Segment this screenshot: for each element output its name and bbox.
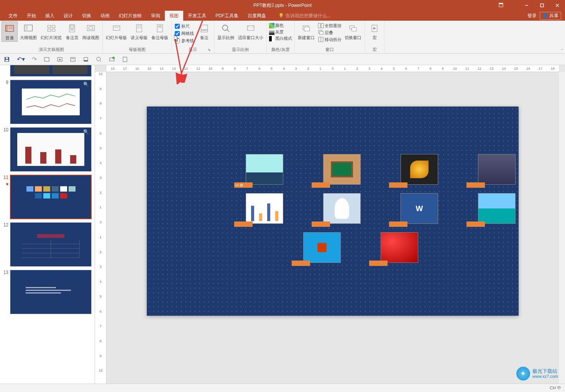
outline-view-button[interactable]: 大纲视图 xyxy=(18,21,38,41)
slide-image-6[interactable] xyxy=(312,193,369,224)
tab-animations[interactable]: 动画 xyxy=(96,11,114,21)
tab-home[interactable]: 开始 xyxy=(22,11,41,21)
tell-me-search[interactable]: 💡 xyxy=(278,13,343,18)
svg-rect-14 xyxy=(52,25,55,28)
horizontal-ruler[interactable]: 1817161514131211109876543210123456789101… xyxy=(107,65,559,72)
qat-icon-1[interactable] xyxy=(44,56,50,62)
tab-slideshow[interactable]: 幻灯片放映 xyxy=(114,11,146,21)
qat-icon-3[interactable] xyxy=(70,56,76,62)
notes-button[interactable]: 备注 xyxy=(196,21,212,41)
new-window-icon xyxy=(300,22,312,34)
slide-master-button[interactable]: 幻灯片母版 xyxy=(104,21,128,41)
zoom-button[interactable]: 显示比例 xyxy=(216,21,236,41)
svg-rect-45 xyxy=(352,28,356,31)
arrange-all-button[interactable]: 全部重排 xyxy=(317,22,342,29)
slide-image-4[interactable] xyxy=(466,154,524,185)
tab-review[interactable]: 审阅 xyxy=(146,11,165,21)
switch-window-button[interactable]: 切换窗口 xyxy=(343,21,363,41)
color-button[interactable]: 颜色 xyxy=(268,22,293,29)
lightbulb-icon: 💡 xyxy=(278,13,284,18)
slide-sorter-button[interactable]: 幻灯片浏览 xyxy=(39,21,63,41)
svg-rect-1 xyxy=(499,3,503,4)
tab-file[interactable]: 文件 xyxy=(4,11,22,21)
tab-design[interactable]: 设计 xyxy=(59,11,77,21)
group-macros: 宏 宏 xyxy=(365,21,384,53)
qat-icon-5[interactable] xyxy=(96,56,102,62)
tab-baidu[interactable]: 百度网盘 xyxy=(243,11,271,21)
slide-thumb-10[interactable]: 10 🔍 xyxy=(3,127,92,172)
tell-me-input[interactable] xyxy=(286,13,343,18)
guides-checkbox[interactable]: 参考线 xyxy=(173,38,195,44)
qat-icon-2[interactable] xyxy=(57,56,63,62)
maximize-button[interactable] xyxy=(534,0,550,11)
minimize-button[interactable] xyxy=(519,0,534,11)
tab-view[interactable]: 视图 xyxy=(165,11,183,21)
save-button[interactable] xyxy=(4,56,10,62)
group-label-master-views: 母版视图 xyxy=(104,46,170,53)
notes-page-icon xyxy=(66,22,78,34)
blackwhite-icon xyxy=(269,36,274,41)
slide-image-10[interactable] xyxy=(369,232,427,263)
svg-line-34 xyxy=(227,30,229,32)
slide-image-3[interactable] xyxy=(389,154,447,185)
close-button[interactable] xyxy=(550,0,565,11)
slide-image-5[interactable] xyxy=(234,193,292,224)
slide-image-1[interactable]: XX 摄 xyxy=(234,154,292,185)
slide-thumb-13[interactable]: 13 xyxy=(3,270,92,314)
slide-image-2[interactable] xyxy=(312,154,369,185)
svg-rect-16 xyxy=(52,29,55,31)
undo-button[interactable]: ↶▾ xyxy=(17,56,25,63)
slide-image-7[interactable]: W xyxy=(389,193,447,224)
qat-icon-4[interactable] xyxy=(83,56,89,62)
normal-view-button[interactable]: 普通 xyxy=(2,21,18,42)
notes-master-icon xyxy=(154,22,166,34)
notes-master-button[interactable]: 备注母版 xyxy=(150,21,170,41)
new-window-button[interactable]: 新建窗口 xyxy=(296,21,316,41)
notes-page-button[interactable]: 备注页 xyxy=(64,21,80,41)
qat-icon-7[interactable] xyxy=(122,56,128,62)
macros-button[interactable]: 宏 xyxy=(366,21,383,41)
slide-image-8[interactable] xyxy=(466,193,524,224)
slide-thumbnail-panel[interactable]: 9 🔍 10 🔍 11 ★ xyxy=(0,65,95,384)
slide-thumb-9[interactable]: 9 🔍 xyxy=(3,80,92,124)
grayscale-button[interactable]: 灰度 xyxy=(268,29,293,35)
slide-thumb-partial[interactable] xyxy=(3,65,92,77)
tab-insert[interactable]: 插入 xyxy=(41,11,59,21)
slide-thumb-11[interactable]: 11 ★ xyxy=(3,175,92,219)
slide-sorter-icon xyxy=(45,22,57,34)
svg-rect-30 xyxy=(158,26,162,28)
canvas-area[interactable]: XX 摄 W xyxy=(107,72,559,384)
vertical-ruler[interactable]: 10987654321012345678910 xyxy=(95,72,107,384)
tab-developer[interactable]: 开发工具 xyxy=(183,11,211,21)
slide-canvas[interactable]: XX 摄 W xyxy=(147,107,519,316)
cascade-button[interactable]: 层叠 xyxy=(317,29,342,36)
ribbon-display-options-icon[interactable] xyxy=(498,2,504,9)
watermark: ✦ 极光下载站 www.xz7.com xyxy=(516,367,558,381)
svg-rect-32 xyxy=(201,30,208,32)
reading-view-button[interactable]: 阅读视图 xyxy=(81,21,101,41)
ime-status[interactable]: CH 中 xyxy=(550,385,561,391)
svg-rect-37 xyxy=(304,27,310,31)
gridlines-checkbox[interactable]: 网格线 xyxy=(173,30,195,37)
fit-window-button[interactable]: 适应窗口大小 xyxy=(237,21,265,41)
svg-rect-23 xyxy=(114,27,118,28)
show-dialog-launcher[interactable]: ⬊ xyxy=(207,48,212,52)
ruler-checkbox[interactable]: 标尺 xyxy=(173,23,195,30)
svg-rect-8 xyxy=(8,26,13,30)
slide-thumb-12[interactable]: 12 xyxy=(3,222,92,267)
slide-image-9[interactable] xyxy=(292,232,349,263)
collapse-ribbon-icon[interactable]: ⌃ xyxy=(560,48,563,52)
redo-button[interactable]: ↷ xyxy=(32,56,37,63)
svg-marker-47 xyxy=(373,27,376,30)
vertical-scrollbar[interactable] xyxy=(559,72,565,384)
handout-master-button[interactable]: 讲义母版 xyxy=(129,21,149,41)
svg-rect-18 xyxy=(71,26,74,28)
tab-pdf[interactable]: PDF工具集 xyxy=(211,11,243,21)
blackwhite-button[interactable]: 黑白模式 xyxy=(268,35,293,42)
qat-icon-6[interactable] xyxy=(109,56,115,62)
share-button[interactable]: 👤 共享 xyxy=(540,12,561,20)
svg-rect-41 xyxy=(320,31,323,34)
login-button[interactable]: 登录 xyxy=(527,13,537,19)
move-split-button[interactable]: 移动拆分 xyxy=(317,36,342,43)
tab-transitions[interactable]: 切换 xyxy=(77,11,96,21)
